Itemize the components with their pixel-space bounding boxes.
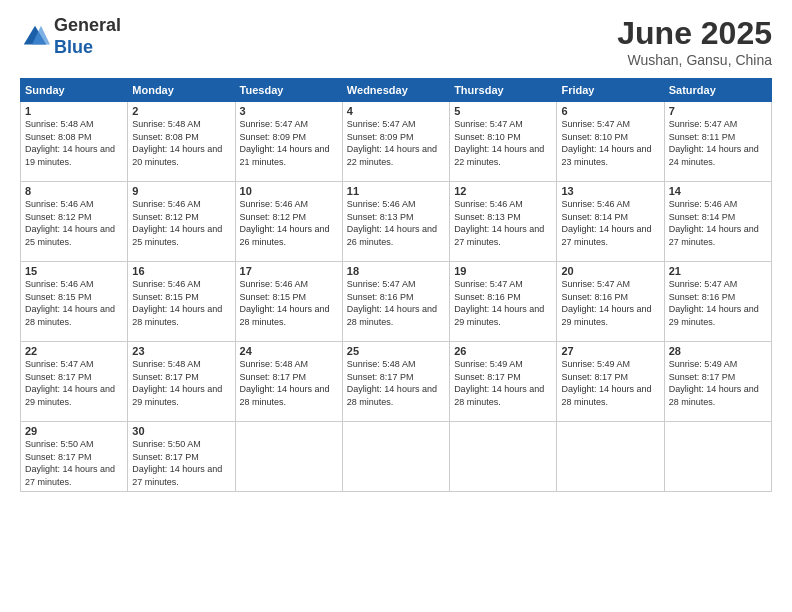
calendar-cell: 18 Sunrise: 5:47 AMSunset: 8:16 PMDaylig…	[342, 262, 449, 342]
day-info: Sunrise: 5:48 AMSunset: 8:08 PMDaylight:…	[25, 119, 115, 167]
calendar-cell: 23 Sunrise: 5:48 AMSunset: 8:17 PMDaylig…	[128, 342, 235, 422]
day-info: Sunrise: 5:49 AMSunset: 8:17 PMDaylight:…	[561, 359, 651, 407]
title-section: June 2025 Wushan, Gansu, China	[617, 15, 772, 68]
calendar-cell: 21 Sunrise: 5:47 AMSunset: 8:16 PMDaylig…	[664, 262, 771, 342]
day-info: Sunrise: 5:48 AMSunset: 8:08 PMDaylight:…	[132, 119, 222, 167]
weekday-header: Friday	[557, 79, 664, 102]
day-number: 3	[240, 105, 338, 117]
calendar-week-row: 22 Sunrise: 5:47 AMSunset: 8:17 PMDaylig…	[21, 342, 772, 422]
calendar-cell: 4 Sunrise: 5:47 AMSunset: 8:09 PMDayligh…	[342, 102, 449, 182]
day-info: Sunrise: 5:46 AMSunset: 8:14 PMDaylight:…	[669, 199, 759, 247]
calendar-cell: 27 Sunrise: 5:49 AMSunset: 8:17 PMDaylig…	[557, 342, 664, 422]
day-info: Sunrise: 5:49 AMSunset: 8:17 PMDaylight:…	[454, 359, 544, 407]
day-info: Sunrise: 5:47 AMSunset: 8:09 PMDaylight:…	[240, 119, 330, 167]
weekday-header: Sunday	[21, 79, 128, 102]
calendar-cell: 1 Sunrise: 5:48 AMSunset: 8:08 PMDayligh…	[21, 102, 128, 182]
day-info: Sunrise: 5:49 AMSunset: 8:17 PMDaylight:…	[669, 359, 759, 407]
logo-blue: Blue	[54, 37, 121, 59]
day-number: 16	[132, 265, 230, 277]
day-number: 6	[561, 105, 659, 117]
calendar-cell: 2 Sunrise: 5:48 AMSunset: 8:08 PMDayligh…	[128, 102, 235, 182]
calendar-cell: 24 Sunrise: 5:48 AMSunset: 8:17 PMDaylig…	[235, 342, 342, 422]
weekday-header: Saturday	[664, 79, 771, 102]
day-number: 29	[25, 425, 123, 437]
day-info: Sunrise: 5:46 AMSunset: 8:13 PMDaylight:…	[347, 199, 437, 247]
day-info: Sunrise: 5:47 AMSunset: 8:11 PMDaylight:…	[669, 119, 759, 167]
calendar-cell: 3 Sunrise: 5:47 AMSunset: 8:09 PMDayligh…	[235, 102, 342, 182]
weekday-header: Wednesday	[342, 79, 449, 102]
calendar-cell: 29 Sunrise: 5:50 AMSunset: 8:17 PMDaylig…	[21, 422, 128, 492]
day-number: 21	[669, 265, 767, 277]
calendar-header-row: SundayMondayTuesdayWednesdayThursdayFrid…	[21, 79, 772, 102]
calendar-cell: 19 Sunrise: 5:47 AMSunset: 8:16 PMDaylig…	[450, 262, 557, 342]
day-number: 13	[561, 185, 659, 197]
logo: General Blue	[20, 15, 121, 58]
calendar-cell: 10 Sunrise: 5:46 AMSunset: 8:12 PMDaylig…	[235, 182, 342, 262]
day-info: Sunrise: 5:47 AMSunset: 8:10 PMDaylight:…	[561, 119, 651, 167]
day-number: 25	[347, 345, 445, 357]
day-number: 4	[347, 105, 445, 117]
calendar-cell: 6 Sunrise: 5:47 AMSunset: 8:10 PMDayligh…	[557, 102, 664, 182]
day-number: 8	[25, 185, 123, 197]
day-info: Sunrise: 5:47 AMSunset: 8:16 PMDaylight:…	[561, 279, 651, 327]
weekday-header: Tuesday	[235, 79, 342, 102]
day-info: Sunrise: 5:46 AMSunset: 8:15 PMDaylight:…	[25, 279, 115, 327]
day-number: 9	[132, 185, 230, 197]
calendar-cell	[664, 422, 771, 492]
day-info: Sunrise: 5:48 AMSunset: 8:17 PMDaylight:…	[240, 359, 330, 407]
logo-general: General	[54, 15, 121, 37]
calendar-cell: 26 Sunrise: 5:49 AMSunset: 8:17 PMDaylig…	[450, 342, 557, 422]
calendar-cell: 14 Sunrise: 5:46 AMSunset: 8:14 PMDaylig…	[664, 182, 771, 262]
calendar-week-row: 15 Sunrise: 5:46 AMSunset: 8:15 PMDaylig…	[21, 262, 772, 342]
day-info: Sunrise: 5:46 AMSunset: 8:13 PMDaylight:…	[454, 199, 544, 247]
calendar-cell	[450, 422, 557, 492]
location: Wushan, Gansu, China	[617, 52, 772, 68]
day-number: 7	[669, 105, 767, 117]
calendar-cell	[342, 422, 449, 492]
calendar-cell: 25 Sunrise: 5:48 AMSunset: 8:17 PMDaylig…	[342, 342, 449, 422]
day-info: Sunrise: 5:46 AMSunset: 8:12 PMDaylight:…	[25, 199, 115, 247]
day-info: Sunrise: 5:50 AMSunset: 8:17 PMDaylight:…	[25, 439, 115, 487]
day-number: 30	[132, 425, 230, 437]
day-number: 28	[669, 345, 767, 357]
page: General Blue June 2025 Wushan, Gansu, Ch…	[0, 0, 792, 612]
day-info: Sunrise: 5:47 AMSunset: 8:09 PMDaylight:…	[347, 119, 437, 167]
calendar-cell: 7 Sunrise: 5:47 AMSunset: 8:11 PMDayligh…	[664, 102, 771, 182]
calendar-cell: 16 Sunrise: 5:46 AMSunset: 8:15 PMDaylig…	[128, 262, 235, 342]
logo-text: General Blue	[54, 15, 121, 58]
month-title: June 2025	[617, 15, 772, 52]
calendar-cell: 9 Sunrise: 5:46 AMSunset: 8:12 PMDayligh…	[128, 182, 235, 262]
header: General Blue June 2025 Wushan, Gansu, Ch…	[20, 15, 772, 68]
day-number: 19	[454, 265, 552, 277]
day-number: 1	[25, 105, 123, 117]
day-number: 18	[347, 265, 445, 277]
day-info: Sunrise: 5:46 AMSunset: 8:15 PMDaylight:…	[132, 279, 222, 327]
weekday-header: Thursday	[450, 79, 557, 102]
day-info: Sunrise: 5:47 AMSunset: 8:17 PMDaylight:…	[25, 359, 115, 407]
calendar-cell: 11 Sunrise: 5:46 AMSunset: 8:13 PMDaylig…	[342, 182, 449, 262]
calendar-cell	[235, 422, 342, 492]
day-info: Sunrise: 5:48 AMSunset: 8:17 PMDaylight:…	[132, 359, 222, 407]
day-number: 15	[25, 265, 123, 277]
calendar-cell: 12 Sunrise: 5:46 AMSunset: 8:13 PMDaylig…	[450, 182, 557, 262]
calendar-week-row: 8 Sunrise: 5:46 AMSunset: 8:12 PMDayligh…	[21, 182, 772, 262]
day-number: 27	[561, 345, 659, 357]
weekday-header: Monday	[128, 79, 235, 102]
day-info: Sunrise: 5:46 AMSunset: 8:14 PMDaylight:…	[561, 199, 651, 247]
day-number: 10	[240, 185, 338, 197]
day-number: 14	[669, 185, 767, 197]
day-number: 26	[454, 345, 552, 357]
calendar-cell: 15 Sunrise: 5:46 AMSunset: 8:15 PMDaylig…	[21, 262, 128, 342]
day-info: Sunrise: 5:50 AMSunset: 8:17 PMDaylight:…	[132, 439, 222, 487]
day-number: 22	[25, 345, 123, 357]
calendar-cell: 13 Sunrise: 5:46 AMSunset: 8:14 PMDaylig…	[557, 182, 664, 262]
day-info: Sunrise: 5:47 AMSunset: 8:16 PMDaylight:…	[669, 279, 759, 327]
day-number: 2	[132, 105, 230, 117]
calendar-cell: 5 Sunrise: 5:47 AMSunset: 8:10 PMDayligh…	[450, 102, 557, 182]
day-number: 23	[132, 345, 230, 357]
logo-icon	[20, 22, 50, 52]
calendar-cell: 20 Sunrise: 5:47 AMSunset: 8:16 PMDaylig…	[557, 262, 664, 342]
day-number: 24	[240, 345, 338, 357]
calendar-week-row: 1 Sunrise: 5:48 AMSunset: 8:08 PMDayligh…	[21, 102, 772, 182]
day-info: Sunrise: 5:46 AMSunset: 8:12 PMDaylight:…	[132, 199, 222, 247]
